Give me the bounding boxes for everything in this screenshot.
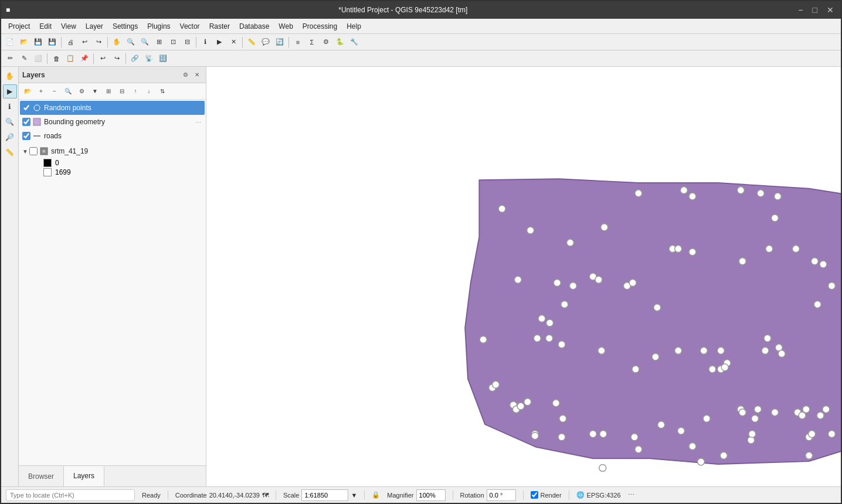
gps-btn[interactable]: 📡 bbox=[142, 52, 155, 65]
close-button[interactable]: ✕ bbox=[824, 5, 836, 15]
layer-expand-icon-srtm[interactable]: ▼ bbox=[22, 148, 28, 155]
undo-btn[interactable]: ↩ bbox=[78, 36, 91, 49]
redo-btn[interactable]: ↪ bbox=[92, 36, 105, 49]
layer-item-srtm-group[interactable]: ▼ R srtm_41_19 bbox=[20, 144, 205, 158]
stats-btn[interactable]: Σ bbox=[305, 36, 318, 49]
digitize-btn[interactable]: ⬜ bbox=[32, 52, 45, 65]
more-btn[interactable]: ⋯ bbox=[628, 491, 634, 499]
layers-btn[interactable]: ≡ bbox=[291, 36, 304, 49]
sep7 bbox=[93, 53, 94, 64]
layer-collapse-btn[interactable]: ⊟ bbox=[116, 85, 128, 98]
layer-expand-btn[interactable]: ⊞ bbox=[102, 85, 115, 98]
new-btn[interactable]: 📄 bbox=[4, 36, 16, 49]
layer-checkbox-bounding-geometry[interactable] bbox=[22, 118, 30, 126]
scale-dropdown-icon[interactable]: ▼ bbox=[351, 492, 357, 499]
sep1 bbox=[61, 37, 62, 47]
tab-layers[interactable]: Layers bbox=[64, 466, 104, 487]
identify-tool[interactable]: ℹ bbox=[3, 100, 17, 114]
panel-close-btn[interactable]: ✕ bbox=[192, 70, 202, 80]
delete-btn[interactable]: 🗑 bbox=[50, 52, 63, 65]
menu-item-plugins[interactable]: Plugins bbox=[142, 21, 175, 32]
menu-item-settings[interactable]: Settings bbox=[108, 21, 142, 32]
refresh-btn[interactable]: 🔄 bbox=[273, 36, 286, 49]
zoom-out-tool[interactable]: 🔎 bbox=[3, 130, 17, 144]
undo2-btn[interactable]: ↩ bbox=[96, 52, 109, 65]
map-tips-btn[interactable]: 💬 bbox=[259, 36, 272, 49]
pan-tool[interactable]: ✋ bbox=[3, 69, 17, 83]
layer-down-btn[interactable]: ↓ bbox=[142, 85, 155, 98]
layer-item-bounding-geometry[interactable]: Bounding geometry ⋯ bbox=[20, 115, 205, 129]
layer-properties-btn[interactable]: ⚙ bbox=[75, 85, 88, 98]
identify-btn[interactable]: ℹ bbox=[199, 36, 212, 49]
snapping-btn[interactable]: 🔗 bbox=[128, 52, 141, 65]
filter-layer-btn[interactable]: 🔍 bbox=[62, 85, 74, 98]
layer-options-random-points[interactable]: ⋯ bbox=[194, 105, 202, 111]
layer-options-bounding-geometry[interactable]: ⋯ bbox=[194, 119, 202, 125]
layer-sort-btn[interactable]: ⇅ bbox=[156, 85, 169, 98]
layer-checkbox-roads[interactable] bbox=[22, 132, 30, 140]
crs-item[interactable]: 🌐 EPSG:4326 bbox=[576, 491, 621, 499]
maximize-button[interactable]: □ bbox=[810, 5, 820, 15]
python-btn[interactable]: 🐍 bbox=[334, 36, 347, 49]
remove-layer-btn[interactable]: − bbox=[48, 85, 61, 98]
map-canvas[interactable] bbox=[206, 67, 841, 486]
adv-digit-btn[interactable]: 🔢 bbox=[157, 52, 169, 65]
menu-item-vector[interactable]: Vector bbox=[175, 21, 205, 32]
menu-item-processing[interactable]: Processing bbox=[298, 21, 342, 32]
plugin-btn[interactable]: 🔧 bbox=[348, 36, 361, 49]
scale-input[interactable] bbox=[301, 489, 348, 501]
panel-settings-btn[interactable]: ⚙ bbox=[180, 70, 191, 80]
layer-checkbox-random-points[interactable] bbox=[22, 104, 30, 112]
sep6 bbox=[47, 53, 47, 64]
zoom-extent-btn[interactable]: ⊞ bbox=[152, 36, 165, 49]
save-btn[interactable]: 💾 bbox=[32, 36, 45, 49]
select-btn[interactable]: ▶ bbox=[213, 36, 226, 49]
layer-item-random-points[interactable]: Random points ⋯ bbox=[20, 101, 205, 115]
tab-browser[interactable]: Browser bbox=[19, 466, 64, 486]
menu-item-edit[interactable]: Edit bbox=[35, 21, 56, 32]
render-item: Render bbox=[531, 491, 562, 499]
minimize-button[interactable]: − bbox=[796, 5, 805, 15]
rotation-input[interactable] bbox=[487, 489, 516, 501]
paste-btn[interactable]: 📌 bbox=[78, 52, 91, 65]
menu-item-layer[interactable]: Layer bbox=[81, 21, 108, 32]
deselect-btn[interactable]: ✕ bbox=[227, 36, 240, 49]
save-as-btn[interactable]: 💾 bbox=[46, 36, 59, 49]
legend-item-1699: 1699 bbox=[41, 168, 205, 177]
menu-item-database[interactable]: Database bbox=[235, 21, 274, 32]
copy-btn[interactable]: 📋 bbox=[64, 52, 77, 65]
open-btn[interactable]: 📂 bbox=[18, 36, 30, 49]
measure-btn[interactable]: 📏 bbox=[245, 36, 258, 49]
zoom-in-btn[interactable]: 🔍 bbox=[124, 36, 137, 49]
layer-filter2-btn[interactable]: ▼ bbox=[89, 85, 101, 98]
settings-btn[interactable]: ⚙ bbox=[320, 36, 332, 49]
menu-item-view[interactable]: View bbox=[56, 21, 81, 32]
zoom-selection-btn[interactable]: ⊟ bbox=[181, 36, 193, 49]
locator-input[interactable] bbox=[6, 489, 135, 501]
layer-item-roads[interactable]: roads bbox=[20, 129, 205, 143]
measure-tool[interactable]: 📏 bbox=[3, 145, 17, 159]
magnifier-input[interactable] bbox=[416, 489, 446, 501]
open-layer-btn[interactable]: 📂 bbox=[21, 85, 34, 98]
edit-node-btn[interactable]: ✎ bbox=[18, 52, 30, 65]
layer-checkbox-srtm[interactable] bbox=[29, 147, 38, 155]
menu-item-help[interactable]: Help bbox=[342, 21, 366, 32]
zoom-in-tool[interactable]: 🔍 bbox=[3, 115, 17, 129]
add-layer-btn[interactable]: + bbox=[35, 85, 47, 98]
zoom-layer-btn[interactable]: ⊡ bbox=[167, 36, 179, 49]
coordinate-label: Coordinate bbox=[175, 492, 207, 499]
legend-label-0: 0 bbox=[55, 159, 59, 167]
edit-mode-btn[interactable]: ✏ bbox=[4, 52, 16, 65]
layer-up-btn[interactable]: ↑ bbox=[129, 85, 142, 98]
zoom-out-btn[interactable]: 🔍 bbox=[138, 36, 151, 49]
menu-item-web[interactable]: Web bbox=[274, 21, 297, 32]
print-btn[interactable]: 🖨 bbox=[64, 36, 77, 49]
menu-item-project[interactable]: Project bbox=[4, 21, 35, 32]
lock-icon: 🔒 bbox=[372, 491, 380, 499]
pan-btn[interactable]: ✋ bbox=[110, 36, 123, 49]
redo2-btn[interactable]: ↪ bbox=[110, 52, 123, 65]
render-checkbox[interactable] bbox=[531, 491, 538, 499]
select-tool[interactable]: ▶ bbox=[3, 84, 17, 98]
menu-item-raster[interactable]: Raster bbox=[205, 21, 235, 32]
edit-toolbar: ✏ ✎ ⬜ 🗑 📋 📌 ↩ ↪ 🔗 📡 🔢 bbox=[1, 50, 841, 67]
